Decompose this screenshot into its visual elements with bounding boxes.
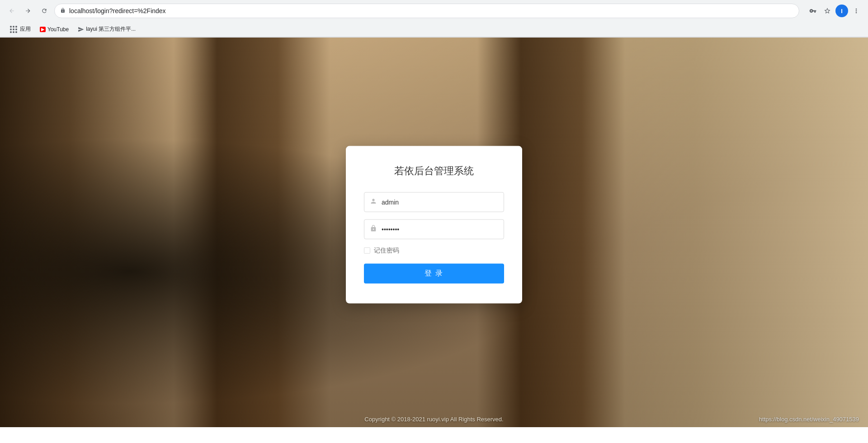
back-button[interactable] (5, 5, 18, 17)
youtube-icon: ▶ (40, 27, 46, 32)
login-card-wrapper: 若依后台管理系统 记住密码 登 录 (346, 146, 522, 303)
profile-button[interactable]: I (835, 5, 848, 17)
apps-icon (9, 25, 18, 34)
password-input[interactable] (382, 225, 498, 233)
login-title: 若依后台管理系统 (364, 164, 504, 177)
reload-button[interactable] (38, 5, 51, 17)
login-button[interactable]: 登 录 (364, 263, 504, 283)
remember-checkbox[interactable] (364, 247, 370, 253)
layui-label: layui 第三方组件平... (86, 25, 136, 33)
youtube-label: YouTube (47, 26, 69, 33)
menu-button[interactable] (850, 5, 863, 17)
footer-link: https://blog.csdn.net/weixin_49071539 (759, 416, 859, 423)
username-input[interactable] (382, 198, 498, 205)
layui-bookmark[interactable]: layui 第三方组件平... (74, 24, 139, 35)
lock-icon (60, 7, 66, 15)
login-card: 若依后台管理系统 记住密码 登 录 (346, 146, 522, 303)
remember-row: 记住密码 (364, 246, 504, 254)
username-field-container (364, 192, 504, 212)
footer-copyright: Copyright © 2018-2021 ruoyi.vip All Righ… (364, 416, 503, 423)
forward-button[interactable] (22, 5, 34, 17)
browser-chrome: localhost/login?redirect=%2Findex I 应用 (0, 0, 868, 38)
layui-icon (78, 26, 84, 33)
password-field-container (364, 219, 504, 239)
apps-label: 应用 (20, 25, 31, 33)
bookmarks-bar: 应用 ▶ YouTube layui 第三方组件平... (0, 22, 868, 37)
remember-label[interactable]: 记住密码 (374, 246, 399, 254)
star-button[interactable] (821, 5, 834, 17)
browser-toolbar-right: I (807, 5, 863, 17)
youtube-bookmark[interactable]: ▶ YouTube (36, 24, 72, 34)
page-footer: Copyright © 2018-2021 ruoyi.vip All Righ… (0, 411, 868, 427)
apps-bookmark[interactable]: 应用 (5, 23, 34, 36)
page-content: 若依后台管理系统 记住密码 登 录 (0, 38, 868, 427)
password-icon (370, 224, 377, 233)
url-text: localhost/login?redirect=%2Findex (69, 7, 793, 14)
key-button[interactable] (807, 5, 819, 17)
address-bar[interactable]: localhost/login?redirect=%2Findex (54, 4, 799, 18)
user-icon (370, 197, 377, 206)
browser-navbar: localhost/login?redirect=%2Findex I (0, 0, 868, 22)
